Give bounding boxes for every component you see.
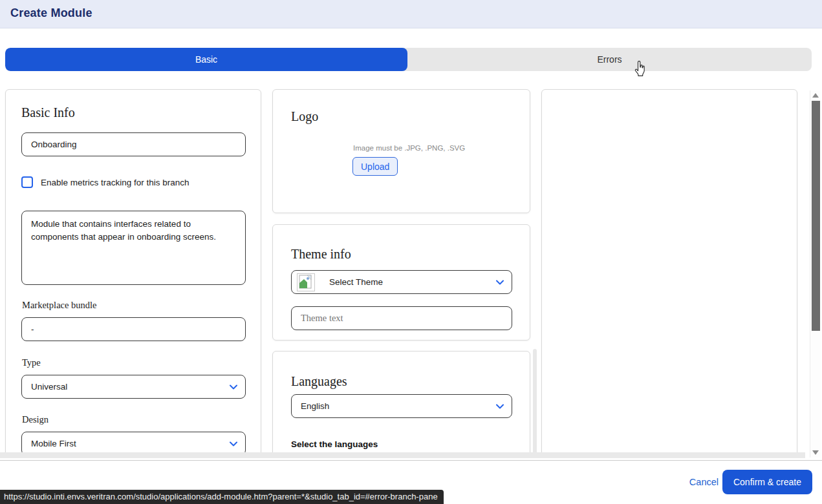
status-bar-url: https://studio.inti.envs.veritran.com/st… [4,492,438,501]
tab-errors-label: Errors [597,54,622,65]
chevron-down-icon [230,441,237,447]
type-select-value: Universal [31,382,67,392]
metrics-checkbox-label: Enable metrics tracking for this branch [41,178,189,187]
metrics-checkbox-row: Enable metrics tracking for this branch [21,176,189,188]
languages-select[interactable]: English [291,394,512,418]
module-description-textarea[interactable]: Module that contains interfaces related … [21,211,246,285]
theme-info-card: Theme info Select Theme [272,224,530,341]
tab-basic[interactable]: Basic [5,48,407,71]
tab-errors[interactable]: Errors [407,48,812,71]
middle-column-scrollbar[interactable] [533,349,537,456]
marketplace-bundle-input[interactable] [21,317,246,341]
tab-basic-label: Basic [195,54,217,65]
languages-title: Languages [291,374,347,389]
logo-title: Logo [291,109,318,124]
languages-card: Languages English Select the languages [272,351,530,456]
chevron-down-icon [496,279,504,286]
design-select-value: Mobile First [31,439,76,448]
basic-info-title: Basic Info [21,105,75,120]
logo-card: Logo Image must be .JPG, .PNG, .SVG Uplo… [272,89,530,213]
status-bar: https://studio.inti.envs.veritran.com/st… [0,490,444,504]
scroll-up-arrow-icon[interactable] [812,93,819,98]
chevron-down-icon [496,403,504,410]
content-area: Basic Info Enable metrics tracking for t… [0,78,822,456]
languages-select-value: English [301,401,329,411]
theme-select-placeholder: Select Theme [329,277,383,287]
module-name-input[interactable] [21,132,246,156]
upload-button[interactable]: Upload [352,157,398,176]
vertical-scrollbar[interactable] [810,90,821,457]
confirm-create-label: Confirm & create [733,477,801,487]
languages-hint: Select the languages [291,439,378,449]
confirm-create-button[interactable]: Confirm & create [722,470,812,494]
preview-panel [541,89,797,456]
dialog-header: Create Module [0,0,822,28]
metrics-checkbox[interactable] [21,176,33,188]
tab-bar: Basic Errors [5,48,812,71]
scrollbar-thumb[interactable] [812,101,820,331]
theme-text-input[interactable] [291,306,512,330]
design-label: Design [22,414,49,425]
chevron-down-icon [230,384,237,390]
theme-info-title: Theme info [291,247,351,262]
content-clip-band [0,452,805,458]
marketplace-bundle-label: Marketplace bundle [22,300,97,311]
logo-format-hint: Image must be .JPG, .PNG, .SVG [353,144,465,152]
scroll-down-arrow-icon[interactable] [812,450,819,455]
type-label: Type [22,357,41,368]
theme-select[interactable]: Select Theme [291,270,512,294]
broken-image-icon [297,273,315,291]
basic-info-card: Basic Info Enable metrics tracking for t… [5,89,261,456]
type-select[interactable]: Universal [21,375,246,399]
upload-button-label: Upload [361,162,389,172]
cancel-button[interactable]: Cancel [689,477,719,487]
page-title: Create Module [10,6,92,20]
